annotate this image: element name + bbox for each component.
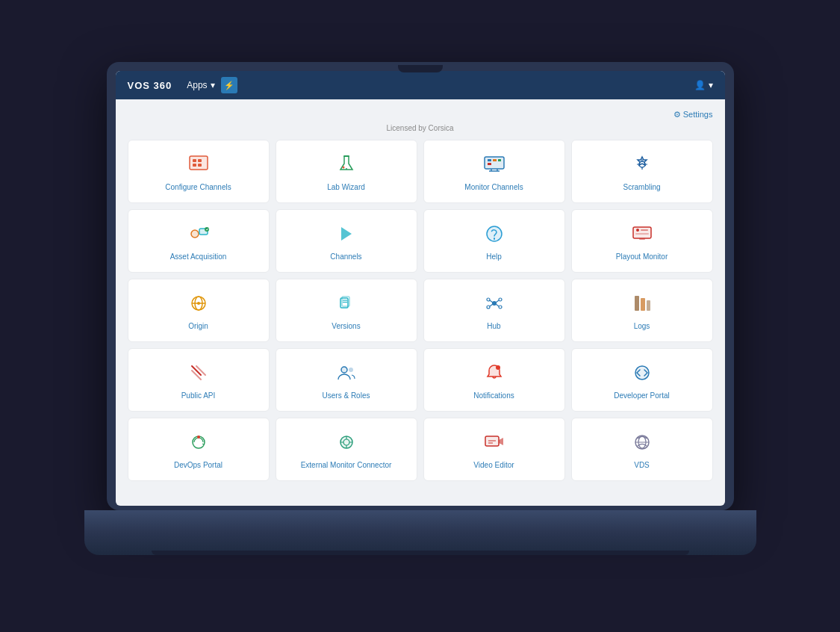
user-menu[interactable]: 👤 ▾ [694, 80, 712, 90]
flash-button[interactable]: ⚡ [221, 77, 237, 93]
svg-rect-6 [343, 155, 349, 157]
apps-grid: Configure ChannelsLab WizardMonitor Chan… [128, 140, 713, 481]
vds-icon [629, 429, 656, 456]
svg-point-39 [487, 306, 490, 309]
app-card-asset-acquisition[interactable]: Asset Acquisition [128, 209, 270, 273]
svg-line-43 [490, 304, 493, 306]
svg-point-40 [499, 306, 502, 309]
developer-portal-label: Developer Portal [614, 391, 669, 400]
svg-line-41 [490, 300, 493, 303]
video-editor-label: Video Editor [473, 460, 514, 470]
svg-rect-46 [641, 298, 645, 311]
help-icon [481, 220, 508, 247]
app-card-users-roles[interactable]: Users & Roles [276, 348, 417, 412]
svg-rect-4 [193, 164, 196, 167]
svg-rect-9 [485, 157, 504, 169]
origin-icon [185, 290, 212, 317]
svg-rect-25 [641, 229, 648, 231]
app-card-origin[interactable]: Origin [128, 279, 270, 342]
settings-bar: ⚙ Settings [128, 105, 713, 124]
users-roles-icon [333, 359, 360, 386]
hub-icon [481, 290, 508, 317]
licensed-text: Licensed by Corsica [128, 124, 713, 132]
laptop-notch [398, 65, 443, 72]
svg-point-7 [342, 167, 344, 169]
channels-label: Channels [330, 252, 361, 261]
svg-rect-45 [635, 296, 639, 311]
svg-rect-11 [488, 159, 491, 161]
laptop-screen-inner: VOS 360 Apps ▾ ⚡ 👤 ▾ ⚙ Settings Licen [116, 71, 725, 506]
devops-portal-label: DevOps Portal [174, 460, 223, 470]
svg-point-38 [499, 298, 502, 301]
vds-label: VDS [634, 460, 650, 470]
svg-rect-14 [488, 163, 491, 165]
svg-rect-3 [198, 159, 202, 162]
versions-label: Versions [332, 321, 360, 331]
svg-point-20 [205, 227, 209, 232]
apps-menu[interactable]: Apps ▾ [187, 80, 214, 90]
logs-label: Logs [634, 321, 650, 331]
svg-line-44 [496, 304, 499, 306]
svg-line-49 [196, 366, 205, 375]
logs-icon [629, 290, 656, 317]
user-dropdown-icon: ▾ [709, 80, 713, 90]
app-card-hub[interactable]: Hub [423, 279, 565, 342]
app-card-help[interactable]: Help [423, 209, 565, 273]
flash-icon: ⚡ [224, 81, 234, 90]
app-card-configure-channels[interactable]: Configure Channels [128, 140, 270, 203]
svg-rect-5 [198, 164, 202, 167]
svg-rect-0 [190, 156, 208, 170]
svg-rect-13 [498, 159, 501, 161]
svg-line-48 [192, 366, 201, 375]
help-label: Help [486, 252, 502, 261]
origin-label: Origin [188, 321, 208, 331]
svg-line-42 [496, 300, 499, 303]
app-card-notifications[interactable]: Notifications [423, 348, 565, 412]
configure-channels-label: Configure Channels [165, 182, 231, 192]
app-card-vds[interactable]: VDS [571, 418, 713, 481]
laptop-screen-outer: VOS 360 Apps ▾ ⚡ 👤 ▾ ⚙ Settings Licen [107, 62, 734, 510]
app-card-logs[interactable]: Logs [571, 279, 713, 342]
playout-monitor-label: Playout Monitor [616, 252, 668, 261]
svg-point-31 [197, 302, 200, 305]
app-card-playout-monitor[interactable]: Playout Monitor [571, 209, 713, 273]
playout-monitor-icon [629, 220, 656, 247]
lab-wizard-label: Lab Wizard [327, 182, 365, 192]
app-card-devops-portal[interactable]: DevOps Portal [128, 418, 270, 481]
app-card-lab-wizard[interactable]: Lab Wizard [276, 140, 417, 203]
users-roles-label: Users & Roles [323, 391, 370, 400]
svg-rect-27 [639, 238, 645, 240]
devops-portal-icon [185, 429, 212, 456]
app-card-public-api[interactable]: Public API [128, 348, 270, 412]
video-editor-icon [481, 429, 508, 456]
external-monitor-connector-label: External Monitor Connector [301, 460, 392, 470]
app-card-video-editor[interactable]: Video Editor [423, 418, 565, 481]
app-card-external-monitor-connector[interactable]: External Monitor Connector [276, 418, 417, 481]
navbar-brand: VOS 360 [128, 80, 172, 91]
svg-line-50 [192, 371, 201, 379]
app-card-developer-portal[interactable]: Developer Portal [571, 348, 713, 412]
configure-channels-icon [185, 151, 212, 178]
scrambling-label: Scrambling [623, 182, 660, 192]
external-monitor-connector-icon [333, 429, 360, 456]
settings-link[interactable]: ⚙ Settings [673, 110, 713, 119]
svg-point-36 [492, 301, 497, 306]
svg-point-37 [487, 298, 490, 301]
monitor-channels-icon [481, 151, 508, 178]
asset-acquisition-icon [185, 220, 212, 247]
svg-marker-21 [341, 227, 352, 241]
user-icon: 👤 [694, 80, 706, 90]
svg-point-24 [636, 229, 639, 232]
svg-rect-2 [193, 159, 196, 162]
svg-point-58 [197, 436, 200, 439]
laptop-base [84, 510, 756, 555]
public-api-icon [185, 359, 212, 386]
app-card-versions[interactable]: Versions [276, 279, 417, 342]
content-area: ⚙ Settings Licensed by Corsica Configure… [116, 99, 725, 506]
app-card-channels[interactable]: Channels [276, 209, 417, 273]
asset-acquisition-label: Asset Acquisition [170, 252, 227, 261]
svg-rect-26 [635, 233, 649, 235]
notifications-icon [481, 359, 508, 386]
app-card-scrambling[interactable]: Scrambling [571, 140, 713, 203]
app-card-monitor-channels[interactable]: Monitor Channels [423, 140, 565, 203]
